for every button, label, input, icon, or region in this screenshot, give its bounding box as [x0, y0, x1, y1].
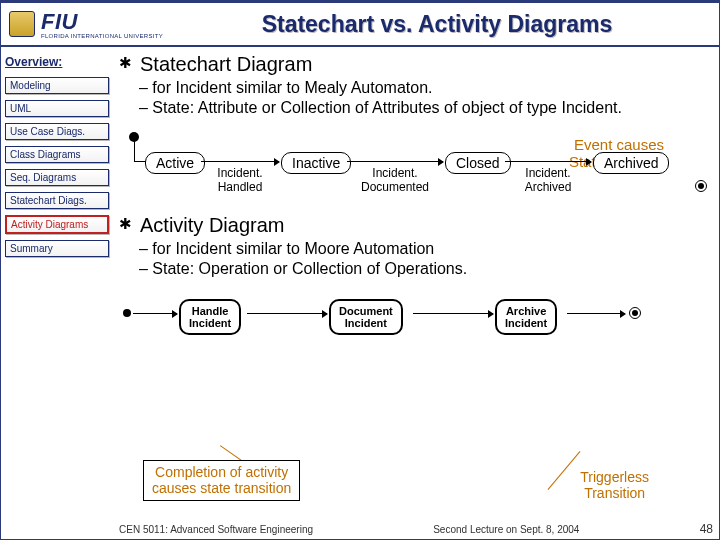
state-archived: Archived [593, 152, 669, 174]
arrow-icon [505, 161, 591, 162]
slide-title: Statechart vs. Activity Diagrams [163, 11, 711, 38]
arrow-icon [133, 313, 177, 314]
activity-diagram: Handle Incident Document Incident Archiv… [119, 291, 709, 361]
bullet-icon: ✱ [119, 53, 132, 73]
section-2-title: Activity Diagram [140, 214, 284, 237]
callout-line-icon [548, 451, 581, 490]
sidebar-item-class[interactable]: Class Diagrams [5, 146, 109, 163]
section-1: ✱ Statechart Diagram [119, 53, 709, 76]
end-node-icon [629, 307, 641, 319]
sidebar-item-uml[interactable]: UML [5, 100, 109, 117]
section-1-title: Statechart Diagram [140, 53, 312, 76]
edge-label-handled: Incident. Handled [205, 166, 275, 194]
callout-trigger-l2: Transition [584, 485, 645, 501]
arrow-icon [247, 313, 327, 314]
arrow-icon [201, 161, 279, 162]
slide-number: 48 [700, 522, 713, 536]
callout-completion-l1: Completion of activity [155, 464, 288, 480]
end-node-icon [695, 180, 707, 192]
start-node-icon [123, 309, 131, 317]
section-2: ✱ Activity Diagram [119, 214, 709, 237]
callout-trigger-l1: Triggerless [580, 469, 649, 485]
section-2-sub2: – State: Operation or Collection of Oper… [139, 259, 709, 279]
fiu-seal-icon [9, 11, 35, 37]
content: ✱ Statechart Diagram – for Incident simi… [113, 47, 719, 540]
edge-label-documented: Incident. Documented [351, 166, 439, 194]
state-inactive: Inactive [281, 152, 351, 174]
state-closed: Closed [445, 152, 511, 174]
state-active: Active [145, 152, 205, 174]
sidebar-item-activity[interactable]: Activity Diagrams [5, 215, 109, 234]
section-1-sub2: – State: Attribute or Collection of Attr… [139, 98, 709, 118]
footer-right: Second Lecture on Sept. 8, 2004 [433, 524, 579, 535]
footer-left: CEN 5011: Advanced Software Engineering [119, 524, 313, 535]
activity-archive: Archive Incident [495, 299, 557, 335]
sidebar-item-usecase[interactable]: Use Case Diags. [5, 123, 109, 140]
section-2-sub1: – for Incident similar to Moore Automati… [139, 239, 709, 259]
bullet-icon: ✱ [119, 214, 132, 234]
brand-text: FIU [41, 9, 163, 35]
section-2-sublist: – for Incident similar to Moore Automati… [139, 239, 709, 279]
slide-frame: FIU FLORIDA INTERNATIONAL UNIVERSITY Sta… [0, 0, 720, 540]
arrow-icon [567, 313, 625, 314]
activity-handle: Handle Incident [179, 299, 241, 335]
sidebar-item-seq[interactable]: Seq. Diagrams [5, 169, 109, 186]
brand-block: FIU FLORIDA INTERNATIONAL UNIVERSITY [41, 9, 163, 39]
sidebar-item-summary[interactable]: Summary [5, 240, 109, 257]
callout-trigger: Triggerless Transition [580, 470, 649, 501]
callout-completion: Completion of activity causes state tran… [143, 460, 300, 501]
sidebar-item-statechart[interactable]: Statechart Diags. [5, 192, 109, 209]
activity-document: Document Incident [329, 299, 403, 335]
statechart-diagram: Active Incident. Handled Inactive Incide… [119, 124, 709, 204]
sidebar: Overview: Modeling UML Use Case Diags. C… [1, 47, 113, 540]
brand-subtext: FLORIDA INTERNATIONAL UNIVERSITY [41, 33, 163, 39]
arrow-icon [413, 313, 493, 314]
body: Overview: Modeling UML Use Case Diags. C… [1, 47, 719, 540]
footer: CEN 5011: Advanced Software Engineering … [119, 522, 713, 536]
sidebar-heading: Overview: [5, 55, 109, 69]
connector [134, 137, 135, 161]
callout-completion-l2: causes state transition [152, 480, 291, 496]
edge-label-archived: Incident. Archived [509, 166, 587, 194]
sidebar-item-modeling[interactable]: Modeling [5, 77, 109, 94]
header: FIU FLORIDA INTERNATIONAL UNIVERSITY Sta… [1, 3, 719, 47]
section-1-sublist: – for Incident similar to Mealy Automato… [139, 78, 709, 118]
arrow-icon [347, 161, 443, 162]
section-1-sub1: – for Incident similar to Mealy Automato… [139, 78, 709, 98]
